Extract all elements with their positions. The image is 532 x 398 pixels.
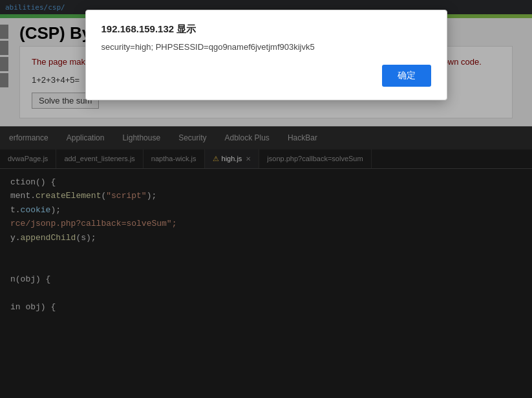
dialog-content: security=high; PHPSESSID=qgo9namef6jvetj… [101,42,431,52]
main-layout: abilities/csp/ (CSP) Bypa The page makes… [0,0,532,398]
dialog-title: 192.168.159.132 显示 [101,23,431,36]
dialog-footer: 确定 [101,65,431,87]
dialog-box: 192.168.159.132 显示 security=high; PHPSES… [85,10,447,100]
dialog-ok-button[interactable]: 确定 [382,65,431,87]
dialog-overlay: 192.168.159.132 显示 security=high; PHPSES… [0,0,532,398]
